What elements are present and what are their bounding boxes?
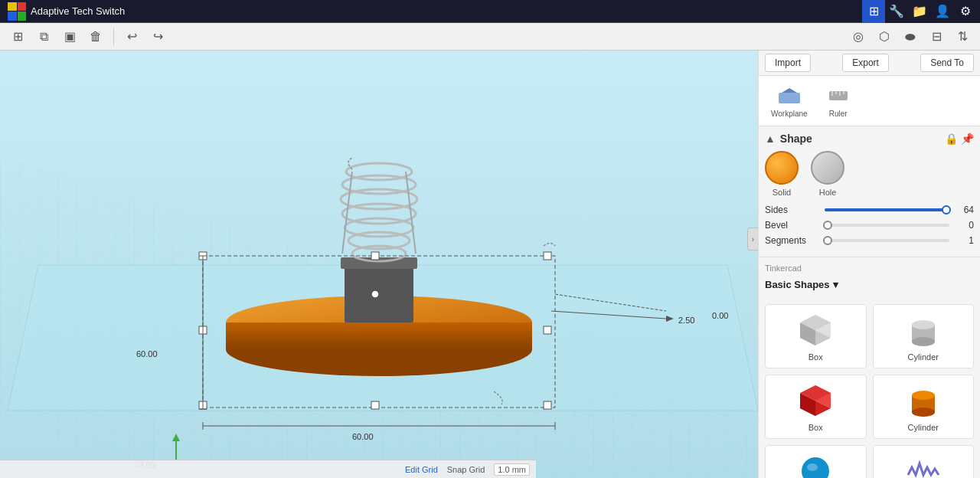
main-layout: FRONT ⟳ ✋ + − ⌂	[0, 51, 980, 478]
segments-slider[interactable]	[825, 239, 949, 242]
user-icon[interactable]: 👤	[931, 0, 954, 23]
grid-view-icon[interactable]: ⊞	[862, 0, 885, 23]
svg-rect-5	[226, 322, 532, 349]
svg-rect-23	[371, 401, 379, 409]
scribble-image	[900, 452, 946, 478]
topbar: Adaptive Tech Switch ⊞ 🔧 📁 👤 ⚙	[0, 0, 980, 23]
box-gray-label: Box	[808, 352, 823, 362]
shape-lock-icon[interactable]: 🔒	[945, 133, 958, 145]
segments-thumb[interactable]	[823, 236, 832, 245]
lasso-button[interactable]: ⬡	[873, 26, 896, 47]
svg-rect-6	[345, 261, 413, 322]
snap-grid-label: Snap Grid	[447, 465, 485, 474]
toolbar: ⊞ ⧉ ▣ 🗑 ↩ ↪ ◎ ⬡ ⬬ ⊟ ⇅	[0, 23, 980, 51]
status-bar: Edit Grid Snap Grid 1.0 mm	[0, 460, 536, 478]
redo-button[interactable]: ↪	[146, 26, 169, 47]
bevel-slider[interactable]	[825, 224, 949, 227]
shape-card-sphere[interactable]: Sphere	[765, 445, 867, 478]
ruler-icon	[826, 83, 851, 108]
group-button[interactable]: ▣	[58, 26, 81, 47]
select-all-button[interactable]: ⊞	[6, 26, 29, 47]
bevel-slider-row: Bevel 0	[765, 220, 974, 231]
shape-panel-title: Shape	[780, 133, 812, 145]
folder-icon[interactable]: 📁	[908, 0, 931, 23]
shape-card-scribble[interactable]: Scribble	[873, 445, 975, 478]
shape-type-options: Solid Hole	[765, 151, 974, 197]
panel-collapse-button[interactable]: ›	[747, 228, 758, 250]
delete-button[interactable]: 🗑	[84, 26, 107, 47]
dim-zero: 0.00	[712, 311, 728, 320]
workplane-icon	[777, 83, 802, 108]
dim-height-pos: 2.50	[678, 316, 694, 325]
bevel-value: 0	[956, 220, 974, 231]
workplane-label: Workplane	[771, 110, 808, 118]
sphere-image	[792, 452, 838, 478]
tinkercad-label: Tinkercad	[765, 264, 802, 273]
dim-depth: 60.00	[136, 349, 158, 358]
sides-value: 64	[956, 205, 974, 215]
panel-top-actions: Import Export Send To	[759, 51, 980, 76]
shape-panel: ▲ Shape 🔒 📌 Solid Hole	[759, 126, 980, 257]
ruler-tool[interactable]: Ruler	[820, 80, 857, 121]
hole-option[interactable]: Hole	[811, 151, 844, 197]
svg-point-62	[807, 463, 818, 471]
shapes-grid: Box Cylinder	[765, 304, 974, 478]
mirror-button[interactable]: ⬬	[899, 26, 922, 47]
svg-point-26	[371, 290, 379, 298]
bevel-thumb[interactable]	[823, 221, 832, 230]
send-to-button[interactable]: Send To	[920, 54, 974, 72]
shape-pin-icon[interactable]: 📌	[961, 133, 974, 145]
shape-card-box-gray[interactable]: Box	[765, 304, 867, 368]
dropdown-chevron-icon: ▾	[833, 279, 838, 290]
sides-label: Sides	[765, 205, 818, 215]
sides-slider[interactable]	[825, 208, 949, 211]
shape-card-cylinder-orange[interactable]: Cylinder	[873, 375, 975, 439]
svg-marker-41	[782, 88, 797, 93]
cylinder-orange-image	[900, 381, 946, 420]
right-panel: Import Export Send To Workplane	[758, 51, 980, 478]
library-category-dropdown[interactable]: Basic Shapes ▾	[765, 279, 974, 290]
sides-fill	[825, 208, 949, 211]
box-gray-image	[792, 311, 838, 349]
library-header: Tinkercad	[765, 264, 974, 273]
flip-button[interactable]: ⇅	[951, 26, 974, 47]
svg-rect-21	[544, 401, 551, 409]
sides-thumb[interactable]	[942, 205, 951, 214]
compass-button[interactable]: ◎	[847, 26, 870, 47]
cylinder-gray-label: Cylinder	[908, 352, 939, 362]
shape-card-box-red[interactable]: Box	[765, 375, 867, 439]
tool-icon[interactable]: 🔧	[885, 0, 908, 23]
edit-grid-label[interactable]: Edit Grid	[405, 465, 438, 474]
shape-panel-header: ▲ Shape 🔒 📌	[765, 133, 974, 145]
import-button[interactable]: Import	[765, 54, 811, 72]
solid-option[interactable]: Solid	[765, 151, 799, 197]
box-red-image	[792, 381, 838, 420]
ruler-label: Ruler	[829, 110, 848, 118]
copy-button[interactable]: ⧉	[32, 26, 55, 47]
svg-rect-25	[544, 326, 551, 334]
library-category-label: Basic Shapes	[765, 279, 830, 290]
segments-slider-row: Segments 1	[765, 235, 974, 246]
app-logo[interactable]: Adaptive Tech Switch	[0, 0, 132, 22]
scene-svg	[0, 51, 758, 478]
hole-circle	[811, 151, 844, 185]
cylinder-gray-image	[900, 311, 946, 349]
export-button[interactable]: Export	[842, 54, 889, 72]
workplane-tool[interactable]: Workplane	[765, 80, 814, 121]
align-button[interactable]: ⊟	[925, 26, 948, 47]
undo-button[interactable]: ↩	[120, 26, 143, 47]
svg-rect-19	[544, 252, 551, 260]
sides-slider-row: Sides 64	[765, 205, 974, 215]
app-title: Adaptive Tech Switch	[31, 5, 125, 17]
settings-icon[interactable]: ⚙	[954, 0, 977, 23]
snap-value[interactable]: 1.0 mm	[494, 463, 530, 476]
logo-box	[8, 2, 26, 21]
shape-card-cylinder-gray[interactable]: Cylinder	[873, 304, 975, 368]
svg-rect-22	[371, 252, 379, 260]
toolbar-separator	[113, 28, 114, 46]
shape-panel-collapse[interactable]: ▲	[765, 133, 776, 145]
hole-label: Hole	[819, 188, 837, 197]
panel-tools: Workplane Ruler	[759, 76, 980, 126]
3d-viewport[interactable]: FRONT ⟳ ✋ + − ⌂	[0, 51, 758, 478]
box-red-label: Box	[808, 423, 823, 432]
